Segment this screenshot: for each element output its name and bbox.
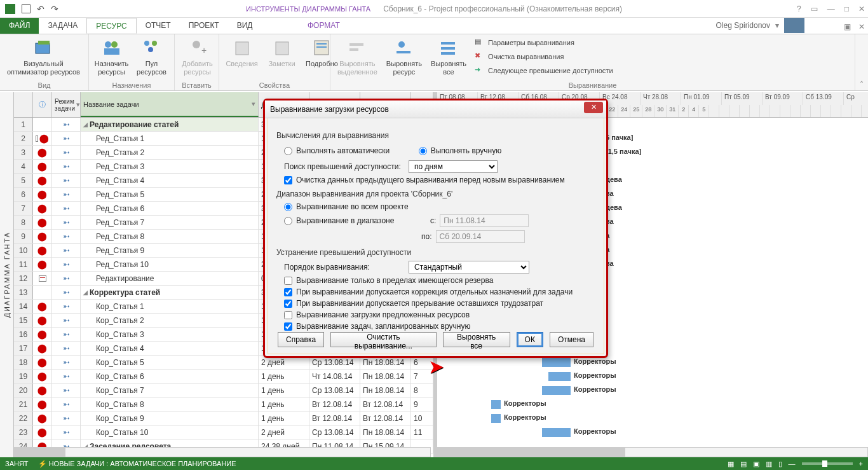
help-button[interactable]: Справка	[278, 332, 324, 347]
pred-cell[interactable]: 8	[411, 384, 433, 397]
pred-cell[interactable]: 10	[411, 411, 433, 425]
ok-button[interactable]: ОК	[517, 332, 543, 347]
duration-cell[interactable]: 1 день	[259, 397, 309, 411]
finish-cell[interactable]: Пн 18.08.14	[360, 384, 411, 397]
mode-cell[interactable]: ➵	[52, 132, 81, 145]
row-number[interactable]: 16	[14, 328, 33, 341]
start-cell[interactable]: Ср 13.08.14	[309, 384, 360, 397]
view-usage-icon[interactable]: ▤	[740, 460, 747, 468]
checkbox-adjust[interactable]: При выравнивании допускается коррекция о…	[284, 287, 595, 296]
radio-range[interactable]: Выравнивание в диапазоне	[284, 216, 430, 225]
table-row[interactable]: 19⬤➵Кор_Статья 61 деньЧт 14.08.14Пн 18.0…	[14, 370, 433, 384]
date-from-input[interactable]	[440, 214, 529, 227]
mode-cell[interactable]: ➵	[52, 258, 81, 271]
task-name-cell[interactable]: Кор_Статья 7	[81, 384, 259, 397]
close-doc-icon[interactable]: ✕	[858, 22, 865, 31]
mode-cell[interactable]: ➵	[52, 397, 81, 411]
tab-file[interactable]: ФАЙЛ	[0, 18, 39, 34]
col-indicators[interactable]: ⓘ	[33, 92, 52, 117]
view-network-icon[interactable]: ▣	[753, 460, 759, 468]
gantt-bar[interactable]	[542, 428, 571, 437]
date-to-input[interactable]	[436, 230, 525, 243]
radio-entire[interactable]: Выравнивание во всем проекте	[284, 202, 595, 211]
mode-cell[interactable]: ➵	[52, 300, 81, 313]
row-number[interactable]: 14	[14, 300, 33, 313]
duration-cell[interactable]: 1 день	[259, 384, 309, 397]
view-gantt-icon[interactable]: ▦	[728, 460, 734, 468]
finish-cell[interactable]: Вт 12.08.14	[360, 411, 411, 425]
help-icon[interactable]: ?	[797, 4, 801, 13]
gantt-row[interactable]: Корректоры	[437, 397, 868, 411]
row-number[interactable]: 7	[14, 202, 33, 215]
mode-cell[interactable]: ➵	[52, 146, 81, 159]
mode-cell[interactable]: ➵	[52, 328, 81, 341]
row-number[interactable]: 2	[14, 132, 33, 145]
undo-icon[interactable]: ↶	[37, 4, 44, 14]
mode-cell[interactable]: ➵	[52, 356, 81, 369]
gantt-bar[interactable]	[548, 372, 571, 381]
maximize-icon[interactable]: □	[844, 4, 849, 13]
notes-button[interactable]: Заметки	[264, 36, 299, 70]
checkbox-clear-before[interactable]: Очистка данных предыдущего выравнивания …	[284, 176, 595, 184]
task-name-cell[interactable]: Кор_Статья 5	[81, 356, 259, 369]
row-number[interactable]: 6	[14, 188, 33, 201]
task-name-cell[interactable]: Кор_Статья 2	[81, 314, 259, 327]
gantt-bar[interactable]	[542, 358, 571, 367]
mode-cell[interactable]: ➵	[52, 160, 81, 173]
table-row[interactable]: 21⬤➵Кор_Статья 81 деньВт 12.08.14Вт 12.0…	[14, 397, 433, 411]
level-all-button[interactable]: Выровнять все	[429, 36, 468, 78]
task-name-cell[interactable]: Кор_Статья 4	[81, 342, 259, 355]
level-all-button[interactable]: Выровнять все	[443, 332, 510, 347]
collapse-icon[interactable]: ◢	[83, 289, 88, 296]
row-number[interactable]: 8	[14, 216, 33, 229]
task-name-cell[interactable]: Кор_Статья 1	[81, 300, 259, 313]
mode-cell[interactable]: ➵	[52, 188, 81, 201]
finish-cell[interactable]: Пн 18.08.14	[360, 425, 411, 439]
clear-leveling-button[interactable]: ✖Очистка выравнивания	[473, 50, 614, 63]
zoom-in-icon[interactable]: —	[789, 460, 796, 467]
cancel-button[interactable]: Отмена	[550, 332, 593, 347]
collapse-icon[interactable]: ◢	[83, 121, 88, 128]
checkbox-split[interactable]: При выравнивании допускается прерывание …	[284, 299, 595, 308]
gantt-row[interactable]: Корректоры	[437, 425, 868, 439]
assign-resources-button[interactable]: Назначить ресурсы	[94, 36, 129, 78]
tab-view[interactable]: ВИД	[228, 18, 262, 34]
task-name-cell[interactable]: ◢Редактирование статей	[81, 118, 259, 131]
table-row[interactable]: 22⬤➵Кор_Статья 91 деньВт 12.08.14Вт 12.0…	[14, 411, 433, 425]
start-cell[interactable]: Вт 12.08.14	[309, 411, 360, 425]
task-name-cell[interactable]: ◢Корректура статей	[81, 286, 259, 299]
row-number[interactable]: 5	[14, 174, 33, 187]
pred-cell[interactable]: 7	[411, 370, 433, 383]
overalloc-basis-select[interactable]: по дням	[409, 160, 498, 173]
col-task-name[interactable]: Название задачи▾	[81, 92, 259, 117]
pred-cell[interactable]: 9	[411, 397, 433, 411]
tab-task[interactable]: ЗАДАЧА	[39, 18, 86, 34]
mode-cell[interactable]: ➵	[52, 411, 81, 425]
mode-cell[interactable]: ➵	[52, 174, 81, 187]
task-name-cell[interactable]: Ред_Статья 5	[81, 188, 259, 201]
row-number[interactable]: 4	[14, 160, 33, 173]
radio-manual[interactable]: Выполнять вручную	[419, 146, 502, 155]
mode-cell[interactable]: ➵	[52, 118, 81, 131]
save-icon[interactable]	[22, 4, 31, 13]
mode-cell[interactable]: ➵	[52, 230, 81, 243]
mode-cell[interactable]: ➵	[52, 216, 81, 229]
row-number[interactable]: 10	[14, 244, 33, 257]
visual-optimizer-button[interactable]: Визуальный оптимизатор ресурсов	[5, 36, 82, 78]
row-number[interactable]: 12	[14, 272, 33, 285]
task-name-cell[interactable]: Ред_Статья 1	[81, 132, 259, 145]
gantt-row[interactable]: Корректоры	[437, 370, 868, 384]
task-name-cell[interactable]: Ред_Статья 6	[81, 202, 259, 215]
task-name-cell[interactable]: Ред_Статья 8	[81, 230, 259, 243]
dialog-close-button[interactable]: ✕	[584, 102, 603, 113]
information-button[interactable]: Сведения	[224, 36, 259, 70]
tab-report[interactable]: ОТЧЕТ	[137, 18, 180, 34]
mode-cell[interactable]: ➵	[52, 370, 81, 383]
mode-cell[interactable]: ➵	[52, 272, 81, 285]
mode-cell[interactable]: ➵	[52, 202, 81, 215]
tab-format[interactable]: ФОРМАТ	[299, 18, 349, 34]
mode-cell[interactable]: ➵	[52, 286, 81, 299]
gantt-hscroll[interactable]	[434, 447, 868, 457]
mode-cell[interactable]: ➵	[52, 342, 81, 355]
mode-cell[interactable]: ➵	[52, 425, 81, 439]
